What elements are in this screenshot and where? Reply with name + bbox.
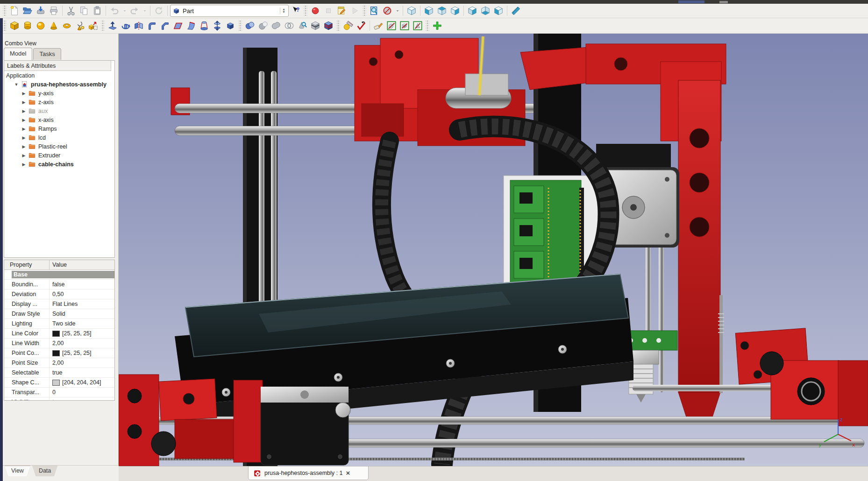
view-axonometric-button[interactable] (406, 5, 418, 17)
part-cone-button[interactable] (48, 20, 60, 32)
tree-item-lcd[interactable]: ▶lcd (4, 133, 114, 142)
workbench-selector[interactable]: Part▲▼ (170, 5, 289, 17)
toolbar-handle[interactable] (3, 21, 7, 31)
expander-icon[interactable]: ▶ (21, 135, 27, 140)
toolbar-handle[interactable] (3, 6, 7, 16)
macro-edit-button[interactable] (335, 5, 348, 17)
sweep-button[interactable] (211, 20, 223, 32)
expander-icon[interactable]: ▶ (21, 144, 27, 149)
ruled-surface-button[interactable] (185, 20, 197, 32)
toolbar-handle[interactable] (426, 21, 429, 31)
expander-icon[interactable]: ▼ (14, 82, 19, 87)
macro-execute-button[interactable] (349, 5, 361, 17)
toolbar-handle[interactable] (238, 21, 242, 31)
property-row-lighting[interactable]: LightingTwo side (4, 319, 114, 329)
save-document-button[interactable] (35, 5, 47, 17)
expander-icon[interactable]: ▶ (21, 162, 27, 167)
make-face-button[interactable] (172, 20, 184, 32)
boolean-union-button[interactable] (270, 20, 282, 32)
tree-item-prusa-hephestos-assembly[interactable]: ▼prusa-hephestos-assembly (4, 80, 114, 89)
tree-item-plastic-reel[interactable]: ▶Plastic-reel (4, 142, 114, 151)
tree-header[interactable]: Labels & Attributes (4, 61, 111, 71)
property-row-boundin-[interactable]: Boundin...false (4, 280, 114, 290)
whats-this-button[interactable]: ? (290, 5, 302, 17)
tree-item-application[interactable]: Application (4, 71, 114, 80)
draw-style-button[interactable] (381, 5, 393, 17)
workbench-selector-spinner[interactable]: ▲▼ (280, 7, 287, 14)
property-row-shape-c-[interactable]: Shape C...[204, 204, 204] (4, 378, 114, 388)
tab-model[interactable]: Model (4, 48, 32, 60)
view-rear-button[interactable] (466, 5, 478, 17)
draw-style-menu-button[interactable] (394, 5, 400, 17)
view-front-button[interactable] (423, 5, 435, 17)
measure-toggle-3d-button[interactable] (398, 20, 411, 32)
mirror-button[interactable] (133, 20, 145, 32)
refresh-button[interactable] (153, 5, 165, 17)
offset-button[interactable] (224, 20, 236, 32)
property-row-draw-style[interactable]: Draw StyleSolid (4, 309, 114, 319)
measure-linear-button[interactable] (342, 20, 354, 32)
boolean-common-button[interactable] (283, 20, 295, 32)
macro-record-button[interactable] (309, 5, 321, 17)
boolean-button[interactable] (244, 20, 256, 32)
view-left-button[interactable] (492, 5, 505, 17)
property-row-display-[interactable]: Display ...Flat Lines (4, 299, 114, 309)
part-torus-button[interactable] (61, 20, 73, 32)
boolean-cut-button[interactable] (257, 20, 269, 32)
new-document-button[interactable] (8, 5, 21, 17)
toolbar-handle[interactable] (304, 6, 307, 16)
paste-button[interactable] (91, 5, 103, 17)
tab-view[interactable]: View (5, 466, 30, 476)
property-row-transpar-[interactable]: Transpar...0 (4, 388, 114, 397)
cross-sections-button[interactable] (322, 20, 334, 32)
tree-item-ramps[interactable]: ▶Ramps (4, 124, 114, 133)
create-primitives-button[interactable] (74, 20, 86, 32)
expander-icon[interactable]: ▶ (21, 127, 27, 131)
property-column-header[interactable]: Property (4, 260, 50, 269)
expander-icon[interactable]: ▶ (21, 153, 27, 158)
undo-history-button[interactable] (121, 5, 128, 17)
measure-toggle-delta-button[interactable] (412, 20, 424, 32)
tab-tasks[interactable]: Tasks (33, 48, 61, 60)
expander-icon[interactable]: ▶ (21, 118, 27, 122)
property-row-point-co-[interactable]: Point Co...[25, 25, 25] (4, 348, 114, 358)
property-row-visibility[interactable]: Visibilitytrue (4, 397, 114, 401)
tree-item-cable-chains[interactable]: ▶cable-chains (4, 160, 114, 169)
document-tab[interactable]: prusa-hephestos-assembly : 1 × (248, 467, 369, 480)
view-bottom-button[interactable] (479, 5, 491, 17)
property-group-base[interactable]: Base (4, 270, 114, 280)
check-geometry-button[interactable] (296, 20, 308, 32)
loft-button[interactable] (198, 20, 210, 32)
toolbar-handle[interactable] (101, 21, 105, 31)
open-document-button[interactable] (21, 5, 34, 17)
property-row-line-color[interactable]: Line Color[25, 25, 25] (4, 329, 114, 339)
extrude-button[interactable] (107, 20, 119, 32)
fit-all-button[interactable] (368, 5, 380, 17)
cut-button[interactable] (65, 5, 77, 17)
fillet-button[interactable] (146, 20, 158, 32)
tree-item-y-axis[interactable]: ▶y-axis (4, 89, 114, 98)
tree-item-extruder[interactable]: ▶Extruder (4, 151, 114, 160)
section-button[interactable] (309, 20, 321, 32)
measure-clear-all-button[interactable] (372, 20, 384, 32)
3d-viewport[interactable]: z y x (119, 34, 868, 466)
measure-distance-button[interactable] (510, 5, 522, 17)
property-row-deviation[interactable]: Deviation0,50 (4, 290, 114, 299)
macro-stop-button[interactable] (322, 5, 334, 17)
property-row-line-width[interactable]: Line Width2,00 (4, 339, 114, 348)
toolbar-handle[interactable] (363, 6, 366, 16)
measure-angular-button[interactable] (355, 20, 367, 32)
measure-toggle-all-button[interactable] (385, 20, 398, 32)
value-column-header[interactable]: Value (50, 260, 114, 269)
add-button[interactable] (431, 20, 443, 32)
tree-item-z-axis[interactable]: ▶z-axis (4, 98, 114, 106)
view-top-button[interactable] (436, 5, 448, 17)
revolve-button[interactable] (120, 20, 132, 32)
shape-builder-button[interactable] (87, 20, 99, 32)
expander-icon[interactable]: ▶ (21, 100, 27, 105)
redo-button[interactable] (128, 5, 141, 17)
undo-button[interactable] (108, 5, 121, 17)
part-sphere-button[interactable] (35, 20, 47, 32)
view-right-button[interactable] (449, 5, 461, 17)
property-row-selectable[interactable]: Selectabletrue (4, 368, 114, 378)
